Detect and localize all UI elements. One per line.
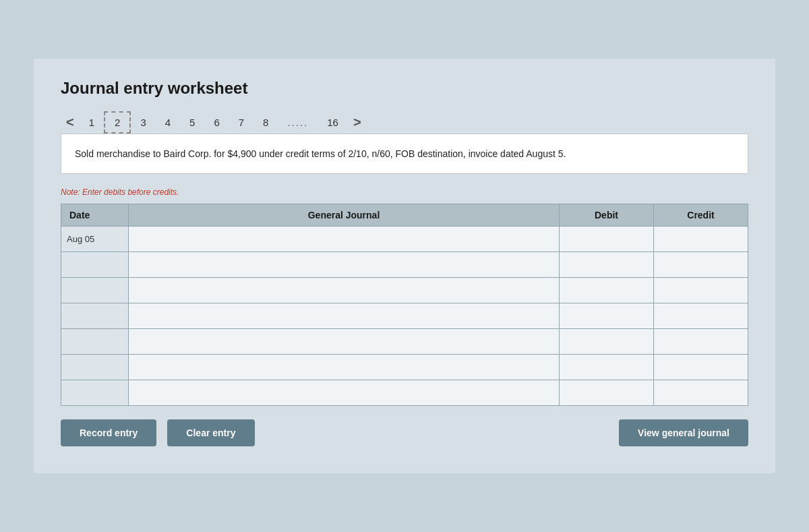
tab-1[interactable]: 1 [80, 113, 104, 132]
general-journal-input-2[interactable] [129, 252, 559, 277]
debit-cell-4[interactable] [560, 303, 654, 329]
col-header-debit: Debit [560, 204, 654, 227]
tab-5[interactable]: 5 [180, 113, 204, 132]
table-row [61, 355, 748, 380]
general-journal-input-1[interactable] [129, 227, 559, 252]
tab-8[interactable]: 8 [253, 113, 278, 132]
date-cell-6 [61, 355, 129, 380]
debit-cell-5[interactable] [560, 329, 654, 355]
tab-2[interactable]: 2 [104, 111, 131, 134]
debit-input-6[interactable] [560, 355, 653, 380]
general-journal-cell-6[interactable] [129, 355, 560, 380]
credit-cell-1[interactable] [654, 227, 748, 252]
credit-cell-4[interactable] [654, 303, 748, 329]
tab-16[interactable]: 16 [318, 113, 348, 132]
tab-7[interactable]: 7 [229, 113, 253, 132]
credit-input-1[interactable] [654, 227, 748, 252]
credit-cell-5[interactable] [654, 329, 748, 355]
tab-dots: ..... [278, 113, 318, 132]
general-journal-cell-1[interactable] [129, 227, 560, 252]
clear-entry-button[interactable]: Clear entry [167, 419, 254, 446]
credit-cell-6[interactable] [654, 355, 748, 380]
credit-input-2[interactable] [654, 252, 748, 277]
general-journal-input-7[interactable] [129, 380, 559, 405]
debit-cell-6[interactable] [560, 355, 654, 380]
date-cell-1: Aug 05 [61, 227, 129, 252]
debit-input-7[interactable] [560, 380, 653, 405]
view-general-journal-button[interactable]: View general journal [619, 419, 748, 446]
button-row: Record entry Clear entry View general jo… [61, 419, 748, 446]
credit-cell-2[interactable] [654, 252, 748, 278]
date-cell-2 [61, 252, 129, 278]
table-row [61, 278, 748, 303]
journal-table: Date General Journal Debit Credit Aug 05 [61, 204, 748, 406]
col-header-credit: Credit [654, 204, 748, 227]
general-journal-input-3[interactable] [129, 278, 559, 303]
debit-input-3[interactable] [560, 278, 653, 303]
credit-cell-3[interactable] [654, 278, 748, 303]
tab-navigation: < 1 2 3 4 5 6 7 8 ..... 16 > [61, 111, 748, 134]
note-text: Note: Enter debits before credits. [61, 187, 748, 197]
credit-input-4[interactable] [654, 303, 748, 328]
tab-3[interactable]: 3 [131, 113, 155, 132]
tab-6[interactable]: 6 [204, 113, 229, 132]
general-journal-input-6[interactable] [129, 355, 559, 380]
record-entry-button[interactable]: Record entry [61, 419, 156, 446]
credit-input-6[interactable] [654, 355, 748, 380]
table-row [61, 329, 748, 355]
general-journal-cell-7[interactable] [129, 380, 560, 406]
col-header-date: Date [61, 204, 129, 227]
debit-cell-2[interactable] [560, 252, 654, 278]
credit-input-7[interactable] [654, 380, 748, 405]
next-arrow[interactable]: > [348, 112, 367, 133]
table-row [61, 252, 748, 278]
tab-4[interactable]: 4 [156, 113, 180, 132]
date-cell-5 [61, 329, 129, 355]
credit-input-3[interactable] [654, 278, 748, 303]
main-container: Journal entry worksheet < 1 2 3 4 5 6 7 … [34, 59, 775, 473]
table-row: Aug 05 [61, 227, 748, 252]
table-row [61, 380, 748, 406]
date-cell-4 [61, 303, 129, 329]
description-text: Sold merchandise to Baird Corp. for $4,9… [75, 148, 566, 159]
prev-arrow[interactable]: < [61, 112, 80, 133]
credit-cell-7[interactable] [654, 380, 748, 406]
general-journal-input-4[interactable] [129, 303, 559, 328]
debit-input-2[interactable] [560, 252, 653, 277]
page-title: Journal entry worksheet [61, 79, 748, 98]
debit-input-1[interactable] [560, 227, 653, 252]
debit-cell-3[interactable] [560, 278, 654, 303]
debit-input-5[interactable] [560, 329, 653, 354]
description-box: Sold merchandise to Baird Corp. for $4,9… [61, 134, 748, 174]
general-journal-input-5[interactable] [129, 329, 559, 354]
credit-input-5[interactable] [654, 329, 748, 354]
general-journal-cell-2[interactable] [129, 252, 560, 278]
date-cell-7 [61, 380, 129, 406]
debit-cell-1[interactable] [560, 227, 654, 252]
general-journal-cell-4[interactable] [129, 303, 560, 329]
table-row [61, 303, 748, 329]
debit-input-4[interactable] [560, 303, 653, 328]
debit-cell-7[interactable] [560, 380, 654, 406]
col-header-general-journal: General Journal [129, 204, 560, 227]
general-journal-cell-3[interactable] [129, 278, 560, 303]
date-cell-3 [61, 278, 129, 303]
general-journal-cell-5[interactable] [129, 329, 560, 355]
